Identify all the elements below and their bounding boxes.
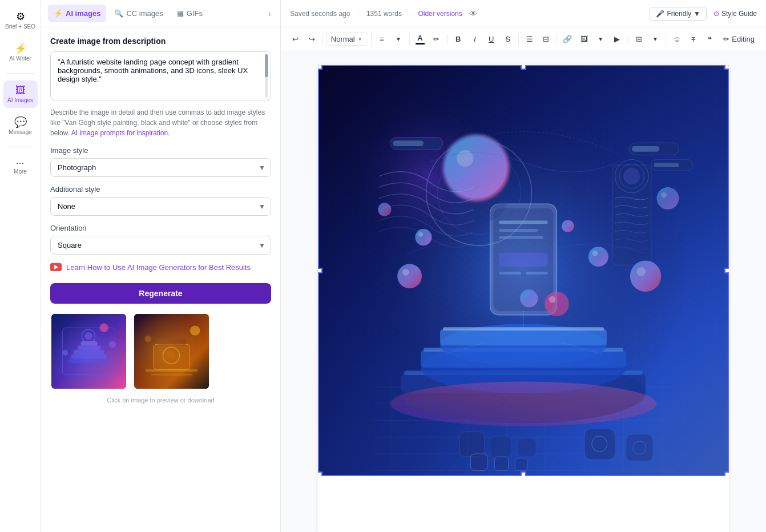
left-navigation: ⚙ Brief + SEO ⚡ AI Writer 🖼 AI Images 💬 … <box>0 0 41 532</box>
image-style-select-wrapper: Photograph Digital Art Illustration Wate… <box>50 158 271 177</box>
align-button[interactable]: ≡ <box>374 31 390 47</box>
tone-chevron: ▼ <box>694 10 700 18</box>
prompt-textarea-wrapper: "A futuristic website landing page conce… <box>50 51 271 100</box>
format-selector[interactable]: Normal ▼ <box>326 33 368 46</box>
tab-gifs[interactable]: ▦ GIFs <box>171 5 208 22</box>
word-count: 1351 words <box>366 10 402 18</box>
learn-link[interactable]: Learn How to Use AI Image Generators for… <box>66 263 251 273</box>
resize-handle-br[interactable] <box>724 471 729 476</box>
ai-image-canvas <box>318 65 729 476</box>
table-button[interactable]: ⊞ <box>631 31 647 47</box>
nav-label-brief-seo: Brief + SEO <box>5 23 35 30</box>
resize-handle-bm[interactable] <box>521 471 526 476</box>
thumbnail-1[interactable] <box>50 313 127 390</box>
save-status: Saved seconds ago <box>290 10 350 18</box>
resize-handle-lm[interactable] <box>318 268 322 273</box>
svg-rect-0 <box>51 314 126 389</box>
tab-ai-images[interactable]: ⚡ AI images <box>48 5 106 22</box>
orientation-select[interactable]: Square Landscape Portrait <box>50 236 271 255</box>
prompt-hint: Describe the image in detail and then us… <box>50 107 271 138</box>
additional-style-label: Additional style <box>50 185 271 194</box>
thumbnail-2[interactable] <box>133 313 210 390</box>
tab-gifs-label: GIFs <box>187 9 203 18</box>
orientation-label: Orientation <box>50 224 271 232</box>
strikethrough-button[interactable]: S <box>500 31 515 47</box>
svg-point-20 <box>144 336 151 342</box>
formatting-toolbar: ↩ ↪ Normal ▼ ≡ ▼ A ✏ B I U S ☰ ⊟ 🔗 🖼 ▼ ▶ <box>281 27 766 51</box>
image-style-label: Image style <box>50 146 271 155</box>
tone-selector[interactable]: 🎤 Friendly ▼ <box>650 7 707 21</box>
editor-content <box>318 65 729 532</box>
eye-icon[interactable]: 👁 <box>469 9 477 18</box>
svg-rect-5 <box>68 359 110 364</box>
image-options-button[interactable]: ▼ <box>593 31 608 47</box>
sidebar-item-more[interactable]: ··· More <box>3 154 38 179</box>
svg-rect-8 <box>62 328 115 374</box>
regenerate-button[interactable]: Regenerate <box>50 283 271 304</box>
gif-tab-icon: ▦ <box>177 9 184 18</box>
italic-button[interactable]: I <box>467 31 482 47</box>
ai-image-svg <box>318 65 729 476</box>
additional-style-select-wrapper: None Anime Cinematic Comic Book Cyberpun… <box>50 197 271 216</box>
create-section-title: Create image from description <box>50 37 271 46</box>
toolbar-sep-7 <box>628 34 628 45</box>
format-chevron: ▼ <box>357 36 363 42</box>
toolbar-sep-6 <box>557 34 557 45</box>
text-color-button[interactable]: A <box>412 31 428 47</box>
text-color-indicator: A <box>416 34 425 45</box>
link-button[interactable]: 🔗 <box>560 31 575 47</box>
prompt-inspiration-link[interactable]: AI image prompts for inspiration. <box>71 129 170 137</box>
toolbar-sep-3 <box>409 34 410 45</box>
undo-button[interactable]: ↩ <box>288 31 303 47</box>
sidebar-item-ai-images[interactable]: 🖼 AI Images <box>3 80 38 108</box>
bolt-icon: ⚡ <box>14 43 27 54</box>
toolbar-sep-8 <box>666 34 666 45</box>
image-style-select[interactable]: Photograph Digital Art Illustration Wate… <box>50 158 271 177</box>
resize-handle-rm[interactable] <box>724 268 729 273</box>
numbered-list-button[interactable]: ⊟ <box>538 31 554 47</box>
generated-image-container[interactable] <box>318 65 729 476</box>
prompt-textarea[interactable]: "A futuristic website landing page conce… <box>51 52 271 98</box>
clear-format-button[interactable]: T <box>686 31 701 47</box>
toolbar-sep-2 <box>371 34 372 45</box>
sidebar-tabs: ⚡ AI images 🔍 CC images ▦ GIFs ‹ <box>41 0 280 27</box>
toolbar-sep-1 <box>322 34 323 45</box>
underline-button[interactable]: U <box>483 31 499 47</box>
sidebar-item-brief-seo[interactable]: ⚙ Brief + SEO <box>3 7 38 34</box>
table-options-button[interactable]: ▼ <box>648 31 663 47</box>
redo-button[interactable]: ↪ <box>304 31 320 47</box>
generated-image[interactable] <box>318 65 729 476</box>
style-guide-label: Style Guide <box>721 10 757 18</box>
bold-button[interactable]: B <box>450 31 466 47</box>
sidebar-item-message[interactable]: 💬 Message <box>3 112 38 140</box>
resize-handle-bl[interactable] <box>318 471 322 476</box>
bullet-list-button[interactable]: ☰ <box>522 31 537 47</box>
nav-label-ai-images: AI Images <box>7 97 33 103</box>
resize-handle-tl[interactable] <box>318 65 322 70</box>
circle-check-icon: ⊙ <box>713 10 719 18</box>
nav-divider <box>7 73 34 74</box>
align-chevron-button[interactable]: ▼ <box>391 31 406 47</box>
image-icon-nav: 🖼 <box>15 85 26 95</box>
style-guide-button[interactable]: ⊙ Style Guide <box>713 10 757 18</box>
toolbar-sep-5 <box>518 34 519 45</box>
canvas-area <box>281 51 766 532</box>
bolt-tab-icon: ⚡ <box>54 9 63 18</box>
editing-mode-button[interactable]: ✏ Editing <box>719 33 759 46</box>
older-versions-button[interactable]: Older versions <box>418 10 462 18</box>
tab-cc-images[interactable]: 🔍 CC images <box>108 5 168 22</box>
quote-button[interactable]: ❝ <box>702 31 717 47</box>
tab-ai-images-label: AI images <box>66 9 100 18</box>
sidebar-item-ai-writer[interactable]: ⚡ AI Writer <box>3 39 38 66</box>
resize-handle-tm[interactable] <box>521 65 526 70</box>
highlight-button[interactable]: ✏ <box>429 31 444 47</box>
additional-style-select[interactable]: None Anime Cinematic Comic Book Cyberpun… <box>50 197 271 216</box>
resize-handle-tr[interactable] <box>724 65 729 70</box>
nav-label-more: More <box>14 168 27 175</box>
image-insert-button[interactable]: 🖼 <box>576 31 592 47</box>
nav-divider-2 <box>7 147 34 147</box>
sidebar-close-button[interactable]: ‹ <box>266 6 273 21</box>
emoji-button[interactable]: ☺ <box>669 31 684 47</box>
play-button[interactable]: ▶ <box>610 31 625 47</box>
top-bar-sep-1: · <box>357 9 359 19</box>
